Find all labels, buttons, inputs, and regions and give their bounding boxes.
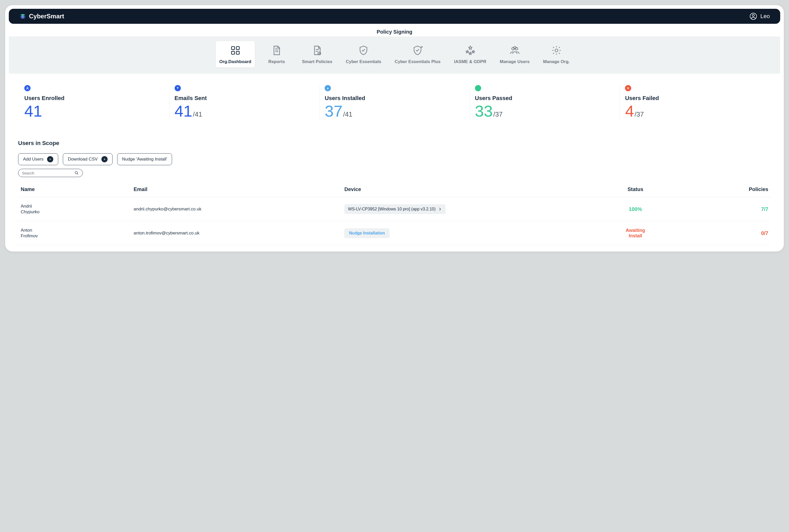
chevron-right-icon bbox=[438, 207, 442, 211]
nav-iasme-gdpr[interactable]: IASME & GDPR bbox=[451, 41, 490, 68]
stat-value: 37 bbox=[325, 102, 343, 120]
stat-sub: /37 bbox=[493, 110, 503, 118]
search-input[interactable] bbox=[22, 171, 74, 175]
search-icon bbox=[74, 171, 79, 175]
button-label: Download CSV bbox=[68, 157, 97, 162]
svg-rect-5 bbox=[236, 51, 239, 54]
users-passed-icon bbox=[475, 85, 481, 91]
stats-row: Users Enrolled 41 Emails Sent 41/41 User… bbox=[9, 77, 780, 128]
cell-policies: 7/7 bbox=[681, 197, 771, 221]
cell-policies: 0/7 bbox=[681, 221, 771, 245]
table-row: AndriiChypurkoandrii.chypurko@cybersmart… bbox=[18, 197, 771, 221]
brand: CyberSmart bbox=[19, 13, 64, 20]
action-row: Add Users Download CSV Nudge 'Awaiting I… bbox=[18, 153, 771, 165]
app-frame: CyberSmart Leo Policy Signing Org.Dashbo… bbox=[5, 5, 784, 251]
col-status: Status bbox=[590, 183, 681, 197]
svg-point-11 bbox=[27, 87, 28, 88]
cell-name: AntonFrofimov bbox=[18, 221, 131, 245]
svg-point-10 bbox=[555, 49, 558, 52]
button-label: Nudge 'Awaiting Install' bbox=[122, 157, 167, 162]
user-avatar-icon bbox=[749, 13, 757, 20]
stat-sub: /41 bbox=[343, 110, 352, 118]
brand-logo-icon bbox=[19, 13, 26, 20]
stat-users-passed: Users Passed 33/37 bbox=[470, 85, 620, 119]
user-name: Leo bbox=[760, 13, 770, 20]
nav-manage-org[interactable]: Manage Org. bbox=[539, 41, 573, 68]
table-row: AntonFrofimovanton.trofimov@cybersmart.c… bbox=[18, 221, 771, 245]
stat-sub: /41 bbox=[193, 110, 202, 118]
nav-smart-policies[interactable]: Smart Policies bbox=[298, 41, 336, 68]
nudge-installation-button[interactable]: Nudge Installation bbox=[344, 228, 390, 238]
stat-sub: /37 bbox=[635, 110, 644, 118]
policies-value: 0/7 bbox=[761, 230, 768, 236]
panel-title: Users in Scope bbox=[18, 140, 771, 147]
stat-label: Emails Sent bbox=[175, 95, 314, 101]
nav-label: Cyber Essentials bbox=[346, 59, 381, 64]
grid-icon bbox=[230, 45, 241, 56]
col-name: Name bbox=[18, 183, 131, 197]
nav-reports[interactable]: Reports bbox=[261, 41, 292, 68]
stat-value: 4 bbox=[625, 102, 634, 120]
nav-label: Reports bbox=[268, 59, 285, 64]
nav-cyber-essentials-plus[interactable]: Cyber Essentials Plus bbox=[391, 41, 444, 68]
stat-value: 33 bbox=[475, 102, 493, 120]
stat-users-installed: Users Installed 37/41 bbox=[319, 85, 470, 119]
svg-point-12 bbox=[75, 171, 77, 174]
cell-device: Nudge Installation bbox=[342, 221, 590, 245]
stat-emails-sent: Emails Sent 41/41 bbox=[169, 85, 320, 119]
cell-status: AwaitingInstall bbox=[590, 221, 681, 245]
cell-email: anton.trofimov@cybersmart.co.uk bbox=[131, 221, 342, 245]
table-header-row: Name Email Device Status Policies bbox=[18, 183, 771, 197]
users-table: Name Email Device Status Policies Andrii… bbox=[18, 183, 771, 245]
add-users-button[interactable]: Add Users bbox=[18, 153, 58, 165]
topbar: CyberSmart Leo bbox=[9, 9, 780, 24]
device-chip[interactable]: WS-LV-CP3952 [Windows 10 pro] (app v3.2.… bbox=[344, 204, 445, 214]
policies-value: 7/7 bbox=[761, 206, 768, 212]
emails-sent-icon bbox=[175, 85, 181, 91]
status-badge: 100% bbox=[629, 206, 642, 212]
plus-icon bbox=[47, 156, 53, 162]
svg-point-1 bbox=[752, 14, 754, 16]
col-email: Email bbox=[131, 183, 342, 197]
svg-rect-2 bbox=[232, 46, 235, 50]
brand-name: CyberSmart bbox=[29, 13, 64, 20]
gear-icon bbox=[551, 45, 562, 56]
nav-strip: Org.Dashboard Reports Smart Policies Cyb… bbox=[9, 36, 780, 74]
users-icon bbox=[510, 45, 520, 56]
nudge-awaiting-button[interactable]: Nudge 'Awaiting Install' bbox=[117, 153, 172, 165]
stat-users-failed: Users Failed 4/37 bbox=[620, 85, 770, 119]
col-policies: Policies bbox=[681, 183, 771, 197]
nav-label: Cyber Essentials Plus bbox=[395, 59, 441, 64]
svg-rect-4 bbox=[232, 51, 235, 54]
nav-label: Smart Policies bbox=[302, 59, 332, 64]
stars-icon bbox=[465, 45, 475, 56]
stat-value: 41 bbox=[175, 102, 192, 120]
nav-manage-users[interactable]: Manage Users bbox=[496, 41, 533, 68]
stat-label: Users Installed bbox=[325, 95, 464, 101]
nav-label: Org.Dashboard bbox=[219, 59, 252, 64]
nav-org-dashboard[interactable]: Org.Dashboard bbox=[216, 41, 255, 68]
stat-label: Users Enrolled bbox=[24, 95, 164, 101]
document-check-icon bbox=[312, 45, 322, 56]
user-menu[interactable]: Leo bbox=[749, 13, 770, 20]
users-installed-icon bbox=[325, 85, 331, 91]
nav-label: Manage Users bbox=[500, 59, 530, 64]
cell-email: andrii.chypurko@cybersmart.co.uk bbox=[131, 197, 342, 221]
users-failed-icon bbox=[625, 85, 631, 91]
cell-status: 100% bbox=[590, 197, 681, 221]
users-enrolled-icon bbox=[24, 85, 31, 91]
download-csv-button[interactable]: Download CSV bbox=[63, 153, 112, 165]
download-icon bbox=[102, 156, 108, 162]
nav-cyber-essentials[interactable]: Cyber Essentials bbox=[342, 41, 385, 68]
cell-name: AndriiChypurko bbox=[18, 197, 131, 221]
cell-device: WS-LV-CP3952 [Windows 10 pro] (app v3.2.… bbox=[342, 197, 590, 221]
col-device: Device bbox=[342, 183, 590, 197]
page-title: Policy Signing bbox=[5, 24, 784, 36]
document-icon bbox=[271, 45, 282, 56]
nav-label: IASME & GDPR bbox=[454, 59, 486, 64]
search-field[interactable] bbox=[18, 169, 83, 177]
svg-rect-3 bbox=[236, 46, 239, 50]
stat-users-enrolled: Users Enrolled 41 bbox=[19, 85, 169, 119]
shield-check-icon bbox=[358, 45, 369, 56]
stat-label: Users Failed bbox=[625, 95, 765, 101]
